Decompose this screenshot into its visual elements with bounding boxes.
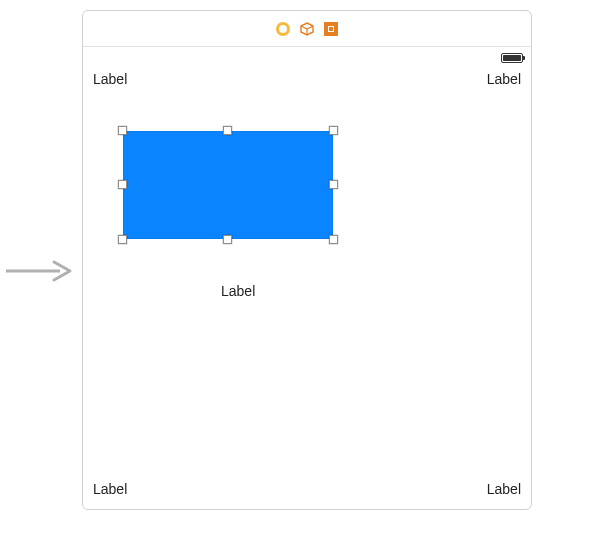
resize-handle-bottom-left[interactable] bbox=[118, 235, 127, 244]
interface-builder-square-icon[interactable] bbox=[324, 22, 338, 36]
label-center[interactable]: Label bbox=[221, 283, 255, 299]
battery-icon bbox=[501, 53, 523, 63]
resize-handle-middle-right[interactable] bbox=[329, 180, 338, 189]
resize-handle-middle-left[interactable] bbox=[118, 180, 127, 189]
selected-uiview[interactable] bbox=[123, 131, 333, 239]
selected-view-wrapper[interactable] bbox=[123, 131, 333, 239]
label-bottom-right[interactable]: Label bbox=[487, 481, 521, 497]
resize-handle-bottom-right[interactable] bbox=[329, 235, 338, 244]
interface-builder-ambiguous-icon[interactable] bbox=[276, 22, 290, 36]
interface-builder-3d-icon[interactable] bbox=[300, 22, 314, 36]
canvas-titlebar bbox=[83, 11, 531, 47]
status-bar bbox=[495, 53, 523, 63]
stage: Label Label Label Label Label bbox=[0, 0, 600, 536]
resize-handle-bottom-middle[interactable] bbox=[223, 235, 232, 244]
label-top-right[interactable]: Label bbox=[487, 71, 521, 87]
label-bottom-left[interactable]: Label bbox=[93, 481, 127, 497]
resize-handle-top-middle[interactable] bbox=[223, 126, 232, 135]
device-canvas[interactable]: Label Label Label Label Label bbox=[82, 10, 532, 510]
pointer-arrow bbox=[0, 258, 78, 284]
resize-handle-top-left[interactable] bbox=[118, 126, 127, 135]
label-top-left[interactable]: Label bbox=[93, 71, 127, 87]
resize-handle-top-right[interactable] bbox=[329, 126, 338, 135]
